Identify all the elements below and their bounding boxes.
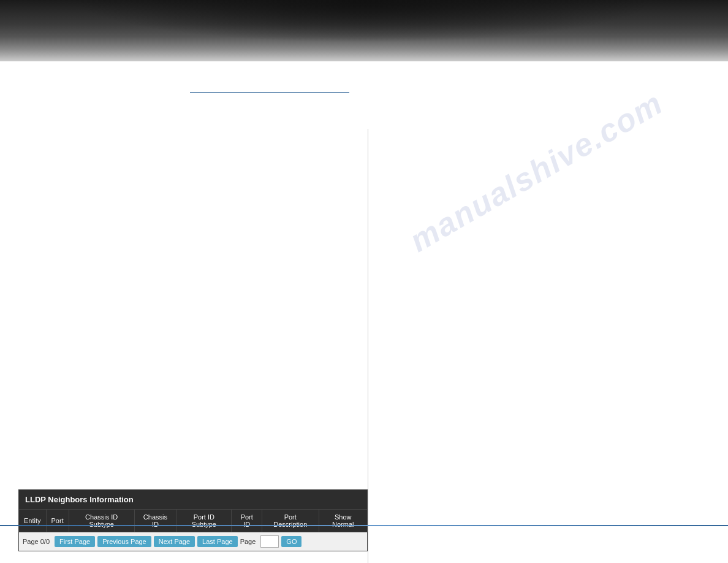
page-label: Page bbox=[240, 538, 256, 545]
page-info: Page 0/0 bbox=[23, 538, 50, 545]
go-button[interactable]: GO bbox=[281, 536, 301, 547]
first-page-button[interactable]: First Page bbox=[55, 536, 95, 547]
col-port: Port bbox=[46, 510, 69, 532]
pagination-area: Page 0/0 First Page Previous Page Next P… bbox=[23, 535, 363, 548]
col-port-id-subtype: Port ID Subtype bbox=[176, 510, 232, 532]
col-chassis-id: Chassis ID bbox=[134, 510, 176, 532]
next-page-button[interactable]: Next Page bbox=[154, 536, 195, 547]
col-port-description: Port Description bbox=[262, 510, 319, 532]
bottom-divider bbox=[0, 525, 728, 526]
col-chassis-id-subtype: Chassis ID Subtype bbox=[69, 510, 134, 532]
lldp-table: LLDP Neighbors Information Entity Port C… bbox=[18, 489, 368, 551]
last-page-button[interactable]: Last Page bbox=[197, 536, 238, 547]
previous-page-button[interactable]: Previous Page bbox=[97, 536, 151, 547]
col-port-id: Port ID bbox=[232, 510, 262, 532]
lldp-table-title: LLDP Neighbors Information bbox=[19, 490, 368, 510]
nav-link-area bbox=[190, 92, 349, 93]
page-number-input[interactable] bbox=[260, 535, 279, 548]
vertical-divider bbox=[368, 129, 368, 563]
header-banner bbox=[0, 0, 728, 61]
col-entity: Entity bbox=[19, 510, 47, 532]
watermark: manualshive.com bbox=[403, 84, 669, 259]
lldp-section: LLDP Neighbors Information Entity Port C… bbox=[18, 489, 368, 551]
col-show-normal: Show Normal bbox=[319, 510, 367, 532]
